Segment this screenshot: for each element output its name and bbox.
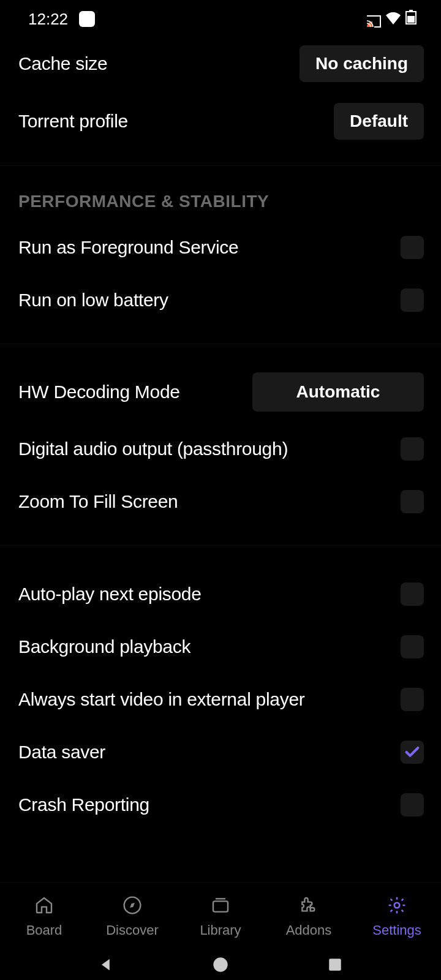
battery-icon	[405, 10, 417, 29]
puzzle-icon	[298, 894, 320, 916]
value-cache-size[interactable]: No caching	[300, 45, 424, 82]
checkbox-external-player[interactable]	[401, 688, 424, 711]
nav-library-label: Library	[200, 922, 241, 938]
label-zoom-fill: Zoom To Fill Screen	[18, 491, 178, 512]
section-header-performance: PERFORMANCE & STABILITY	[0, 166, 441, 221]
label-foreground-service: Run as Foreground Service	[18, 237, 238, 258]
row-foreground-service[interactable]: Run as Foreground Service	[0, 221, 441, 274]
row-hw-decoding[interactable]: HW Decoding Mode Automatic	[0, 366, 441, 418]
row-torrent-profile[interactable]: Torrent profile Default	[0, 96, 441, 147]
nav-board-label: Board	[26, 922, 62, 938]
checkbox-low-battery[interactable]	[401, 288, 424, 312]
home-icon	[33, 894, 55, 916]
value-hw-decoding[interactable]: Automatic	[252, 372, 424, 412]
nav-library[interactable]: Library	[176, 883, 265, 949]
nav-discover[interactable]: Discover	[88, 883, 176, 949]
label-crash-reporting: Crash Reporting	[18, 794, 149, 815]
row-data-saver[interactable]: Data saver	[0, 726, 441, 778]
divider	[0, 545, 441, 546]
checkbox-foreground-service[interactable]	[401, 236, 424, 259]
label-external-player: Always start video in external player	[18, 689, 304, 710]
home-button[interactable]	[208, 952, 233, 977]
label-torrent-profile: Torrent profile	[18, 111, 128, 132]
system-nav	[0, 949, 441, 980]
back-button[interactable]	[94, 952, 118, 977]
row-cache-size[interactable]: Cache size No caching	[0, 38, 441, 89]
label-hw-decoding: HW Decoding Mode	[18, 382, 180, 402]
checkbox-zoom-fill[interactable]	[401, 490, 424, 513]
label-autoplay: Auto-play next episode	[18, 584, 202, 605]
notification-indicator	[79, 11, 95, 27]
label-data-saver: Data saver	[18, 742, 105, 763]
value-torrent-profile[interactable]: Default	[334, 103, 424, 140]
status-bar: 12:22	[0, 0, 441, 38]
status-time: 12:22	[28, 10, 68, 29]
svg-rect-2	[407, 16, 415, 23]
nav-settings[interactable]: Settings	[353, 883, 441, 949]
bottom-nav: Board Discover Library Addons Settings	[0, 882, 441, 949]
label-low-battery: Run on low battery	[18, 290, 168, 311]
checkbox-data-saver[interactable]	[401, 741, 424, 764]
row-autoplay[interactable]: Auto-play next episode	[0, 568, 441, 620]
library-icon	[209, 894, 232, 916]
row-bg-playback[interactable]: Background playback	[0, 620, 441, 673]
compass-icon	[121, 894, 143, 916]
wifi-icon	[386, 10, 401, 29]
nav-addons[interactable]: Addons	[265, 883, 353, 949]
svg-rect-8	[329, 959, 341, 971]
row-external-player[interactable]: Always start video in external player	[0, 673, 441, 726]
svg-point-7	[213, 957, 227, 971]
row-crash-reporting[interactable]: Crash Reporting	[0, 778, 441, 831]
row-low-battery[interactable]: Run on low battery	[0, 274, 441, 326]
label-digital-audio: Digital audio output (passthrough)	[18, 439, 288, 459]
row-zoom-fill[interactable]: Zoom To Fill Screen	[0, 475, 441, 528]
nav-discover-label: Discover	[106, 922, 159, 938]
label-bg-playback: Background playback	[18, 636, 190, 657]
checkbox-crash-reporting[interactable]	[401, 793, 424, 816]
recents-button[interactable]	[323, 952, 347, 977]
checkbox-digital-audio[interactable]	[401, 437, 424, 461]
nav-addons-label: Addons	[286, 922, 332, 938]
svg-point-6	[394, 902, 400, 908]
cast-icon	[366, 13, 381, 25]
nav-board[interactable]: Board	[0, 883, 88, 949]
gear-icon	[386, 894, 408, 916]
label-cache-size: Cache size	[18, 53, 107, 74]
divider	[0, 344, 441, 344]
checkbox-bg-playback[interactable]	[401, 635, 424, 658]
svg-rect-4	[213, 901, 228, 911]
settings-content: Cache size No caching Torrent profile De…	[0, 38, 441, 882]
nav-settings-label: Settings	[372, 922, 421, 938]
checkbox-autoplay[interactable]	[401, 582, 424, 606]
row-digital-audio[interactable]: Digital audio output (passthrough)	[0, 423, 441, 475]
